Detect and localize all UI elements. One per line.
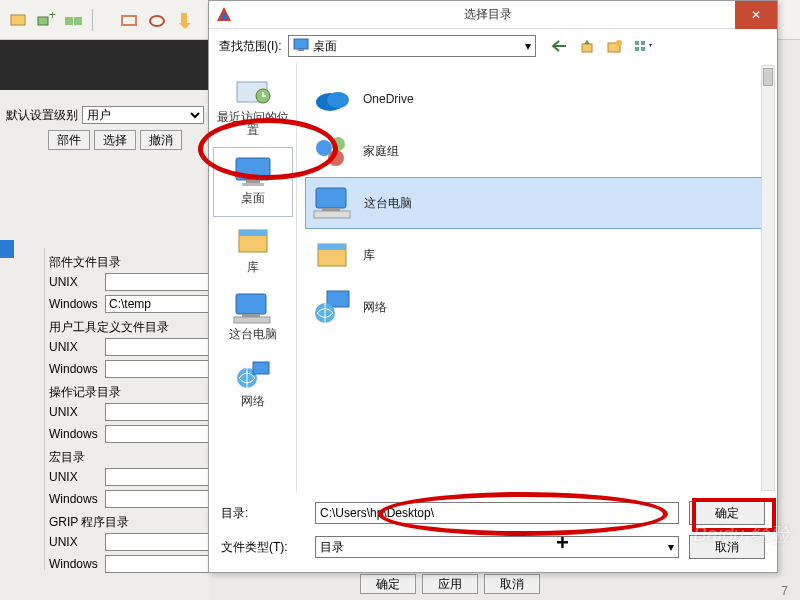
section-macro: 宏目录 bbox=[49, 449, 210, 466]
item-network[interactable]: 网络 bbox=[305, 281, 769, 333]
look-in-label: 查找范围(I): bbox=[219, 38, 282, 55]
item-computer[interactable]: 这台电脑 bbox=[305, 177, 769, 229]
view-menu-icon[interactable] bbox=[634, 38, 652, 54]
svg-rect-0 bbox=[11, 15, 25, 25]
back-icon[interactable] bbox=[550, 38, 568, 54]
svg-rect-14 bbox=[635, 41, 639, 45]
scrollbar-thumb[interactable] bbox=[763, 68, 773, 86]
svg-rect-24 bbox=[239, 230, 267, 236]
windows-label-1: Windows bbox=[49, 297, 101, 311]
svg-point-13 bbox=[616, 40, 622, 46]
unix-input-4[interactable] bbox=[105, 468, 210, 486]
svg-point-6 bbox=[150, 16, 164, 26]
tab-parts[interactable]: 部件 bbox=[48, 130, 90, 150]
dir-value: C:\Users\hp\Desktop\ bbox=[320, 506, 434, 520]
unix-input-3[interactable] bbox=[105, 403, 210, 421]
windows-label-3: Windows bbox=[49, 427, 101, 441]
ok-button[interactable]: 确定 bbox=[689, 501, 765, 525]
place-libraries-label: 库 bbox=[247, 261, 259, 274]
svg-rect-11 bbox=[582, 44, 592, 52]
tree-selected-marker bbox=[0, 240, 14, 258]
computer-icon bbox=[231, 290, 275, 326]
level-select[interactable]: 用户 bbox=[82, 106, 204, 124]
toolbar-icon-6[interactable] bbox=[174, 9, 196, 31]
tab-undo[interactable]: 撤消 bbox=[140, 130, 182, 150]
file-list-scrollbar[interactable] bbox=[761, 65, 775, 491]
type-label: 文件类型(T): bbox=[221, 539, 305, 556]
look-in-combo[interactable]: 桌面 ▾ bbox=[288, 35, 536, 57]
item-libraries-label: 库 bbox=[363, 247, 375, 264]
item-onedrive-label: OneDrive bbox=[363, 92, 414, 106]
unix-label-3: UNIX bbox=[49, 405, 101, 419]
toolbar-sep bbox=[92, 9, 112, 31]
section-user-tool: 用户工具定义文件目录 bbox=[49, 319, 210, 336]
unix-input-1[interactable] bbox=[105, 273, 210, 291]
place-libraries[interactable]: 库 bbox=[213, 217, 293, 284]
cancel-button[interactable]: 取消 bbox=[689, 535, 765, 559]
type-select[interactable]: 目录 ▾ bbox=[315, 536, 679, 558]
unix-label-2: UNIX bbox=[49, 340, 101, 354]
svg-rect-20 bbox=[236, 158, 270, 180]
toolbar-icon-5[interactable] bbox=[146, 9, 168, 31]
windows-input-3[interactable] bbox=[105, 425, 210, 443]
place-recent[interactable]: 最近访问的位置 bbox=[213, 67, 293, 147]
svg-point-34 bbox=[328, 150, 344, 166]
section-part-dir: 部件文件目录 bbox=[49, 254, 210, 271]
page-number: 7 bbox=[781, 584, 788, 598]
computer-item-icon bbox=[312, 182, 354, 224]
svg-text:+: + bbox=[49, 12, 56, 22]
svg-rect-39 bbox=[318, 244, 346, 250]
place-network[interactable]: 网络 bbox=[213, 351, 293, 418]
unix-input-2[interactable] bbox=[105, 338, 210, 356]
chevron-down-icon: ▾ bbox=[525, 39, 531, 53]
app-dark-band bbox=[0, 40, 210, 90]
dir-label: 目录: bbox=[221, 505, 305, 522]
item-homegroup[interactable]: 家庭组 bbox=[305, 125, 769, 177]
close-button[interactable]: ✕ bbox=[735, 1, 777, 29]
network-icon bbox=[231, 357, 275, 393]
toolbar-icon-4[interactable] bbox=[118, 9, 140, 31]
homegroup-icon bbox=[311, 130, 353, 172]
file-list[interactable]: OneDrive 家庭组 这台电脑 库 网络 bbox=[297, 63, 777, 493]
svg-rect-22 bbox=[242, 183, 264, 186]
windows-input-5[interactable] bbox=[105, 555, 210, 573]
toolbar-icon-3[interactable] bbox=[64, 9, 86, 31]
windows-input-4[interactable] bbox=[105, 490, 210, 508]
section-grip: GRIP 程序目录 bbox=[49, 514, 210, 531]
unix-label-4: UNIX bbox=[49, 470, 101, 484]
svg-rect-10 bbox=[298, 49, 304, 51]
level-label: 默认设置级别 bbox=[6, 107, 78, 124]
places-bar: 最近访问的位置 桌面 库 这台电脑 网络 bbox=[209, 63, 297, 493]
svg-rect-9 bbox=[294, 39, 308, 49]
dir-input[interactable]: C:\Users\hp\Desktop\ bbox=[315, 502, 679, 524]
windows-input-1[interactable] bbox=[105, 295, 210, 313]
desktop-small-icon bbox=[293, 38, 309, 55]
windows-label-4: Windows bbox=[49, 492, 101, 506]
unix-input-5[interactable] bbox=[105, 533, 210, 551]
network-item-icon bbox=[311, 286, 353, 328]
item-computer-label: 这台电脑 bbox=[364, 195, 412, 212]
look-in-value: 桌面 bbox=[313, 38, 337, 55]
windows-input-2[interactable] bbox=[105, 360, 210, 378]
place-desktop[interactable]: 桌面 bbox=[213, 147, 293, 216]
item-onedrive[interactable]: OneDrive bbox=[305, 73, 769, 125]
dialog-app-icon bbox=[215, 5, 235, 25]
up-icon[interactable] bbox=[578, 38, 596, 54]
unix-label-1: UNIX bbox=[49, 275, 101, 289]
place-computer[interactable]: 这台电脑 bbox=[213, 284, 293, 351]
section-oplog: 操作记录目录 bbox=[49, 384, 210, 401]
chevron-down-icon: ▾ bbox=[668, 540, 674, 554]
svg-rect-21 bbox=[246, 180, 260, 183]
svg-rect-29 bbox=[253, 362, 269, 374]
toolbar-icon-1[interactable] bbox=[8, 9, 30, 31]
tab-select[interactable]: 选择 bbox=[94, 130, 136, 150]
recent-icon bbox=[231, 73, 275, 109]
new-folder-icon[interactable] bbox=[606, 38, 624, 54]
toolbar-icon-2[interactable]: + bbox=[36, 9, 58, 31]
svg-rect-4 bbox=[74, 17, 82, 25]
type-value: 目录 bbox=[320, 539, 344, 556]
item-libraries[interactable]: 库 bbox=[305, 229, 769, 281]
svg-rect-35 bbox=[316, 188, 346, 208]
place-recent-label: 最近访问的位置 bbox=[213, 111, 293, 137]
svg-rect-15 bbox=[635, 47, 639, 51]
